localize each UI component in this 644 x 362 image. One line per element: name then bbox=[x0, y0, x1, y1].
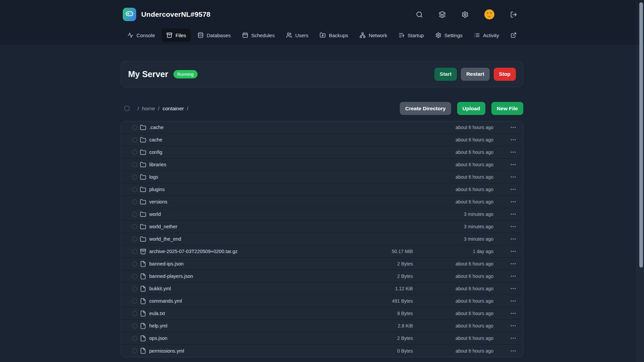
row-select-radio[interactable] bbox=[132, 336, 137, 341]
row-select-radio[interactable] bbox=[132, 162, 137, 167]
scrollbar-thumb[interactable] bbox=[639, 2, 643, 267]
row-select-radio[interactable] bbox=[132, 311, 137, 316]
ellipsis-icon[interactable] bbox=[510, 285, 517, 292]
scrollbar-track[interactable] bbox=[636, 0, 644, 362]
row-select-radio[interactable] bbox=[132, 137, 137, 142]
upload-button[interactable]: Upload bbox=[457, 102, 486, 115]
ellipsis-icon[interactable] bbox=[510, 248, 517, 255]
tab-network[interactable]: Network bbox=[355, 28, 392, 42]
file-row[interactable]: banned-players.json2 Bytesabout 6 hours … bbox=[121, 270, 523, 283]
tab-startup[interactable]: Startup bbox=[394, 28, 428, 42]
ellipsis-icon[interactable] bbox=[510, 273, 517, 280]
file-row[interactable]: commands.yml491 Bytesabout 6 hours ago bbox=[121, 295, 523, 307]
row-select-radio[interactable] bbox=[132, 125, 137, 130]
tab-activity[interactable]: Activity bbox=[469, 28, 504, 42]
external-link-button[interactable] bbox=[506, 28, 521, 42]
row-select-radio[interactable] bbox=[132, 249, 137, 254]
row-select-radio[interactable] bbox=[132, 323, 137, 328]
tab-databases[interactable]: Databases bbox=[193, 28, 235, 42]
row-select-radio[interactable] bbox=[132, 274, 137, 279]
file-row[interactable]: banned-ips.json2 Bytesabout 6 hours ago bbox=[121, 258, 523, 270]
row-select-radio[interactable] bbox=[132, 212, 137, 217]
row-select-radio[interactable] bbox=[132, 175, 137, 180]
ellipsis-icon[interactable] bbox=[510, 310, 517, 317]
row-select-radio[interactable] bbox=[132, 348, 137, 353]
file-name[interactable]: world_nether bbox=[149, 224, 359, 229]
file-name[interactable]: world_the_end bbox=[149, 236, 359, 242]
file-name[interactable]: .cache bbox=[149, 125, 359, 130]
file-name[interactable]: archive-2025-07-03T220509+0200.tar.gz bbox=[149, 249, 359, 254]
gear-icon[interactable] bbox=[462, 11, 469, 18]
file-row[interactable]: .cacheabout 6 hours ago bbox=[121, 121, 523, 134]
ellipsis-icon[interactable] bbox=[510, 335, 517, 342]
restart-button[interactable]: Restart bbox=[461, 68, 489, 81]
ellipsis-icon[interactable] bbox=[510, 260, 517, 267]
ellipsis-icon[interactable] bbox=[510, 149, 517, 156]
row-select-radio[interactable] bbox=[132, 150, 137, 155]
tab-backups[interactable]: Backups bbox=[315, 28, 353, 42]
file-row[interactable]: world3 minutes ago bbox=[121, 208, 523, 221]
file-row[interactable]: eula.txt9 Bytesabout 6 hours ago bbox=[121, 307, 523, 320]
start-button[interactable]: Start bbox=[434, 68, 457, 81]
file-row[interactable]: world_nether3 minutes ago bbox=[121, 221, 523, 233]
file-name[interactable]: commands.yml bbox=[149, 298, 359, 304]
row-select-radio[interactable] bbox=[132, 237, 137, 242]
ellipsis-icon[interactable] bbox=[510, 211, 517, 218]
file-row[interactable]: librariesabout 6 hours ago bbox=[121, 159, 523, 171]
file-name[interactable]: banned-ips.json bbox=[149, 261, 359, 266]
file-row[interactable]: pluginsabout 6 hours ago bbox=[121, 183, 523, 196]
ellipsis-icon[interactable] bbox=[510, 348, 517, 354]
file-name[interactable]: plugins bbox=[149, 187, 359, 192]
stop-button[interactable]: Stop bbox=[494, 68, 516, 81]
file-name[interactable]: config bbox=[149, 149, 359, 155]
row-select-radio[interactable] bbox=[132, 224, 137, 229]
file-row[interactable]: permissions.yml0 Bytesabout 6 hours ago bbox=[121, 345, 523, 357]
row-select-radio[interactable] bbox=[132, 187, 137, 192]
tab-users[interactable]: Users bbox=[281, 28, 313, 42]
file-name[interactable]: versions bbox=[149, 199, 359, 204]
ellipsis-icon[interactable] bbox=[510, 322, 517, 329]
file-row[interactable]: versionsabout 6 hours ago bbox=[121, 196, 523, 208]
file-row[interactable]: archive-2025-07-03T220509+0200.tar.gz50.… bbox=[121, 245, 523, 258]
breadcrumb-segment-container[interactable]: container bbox=[162, 106, 184, 112]
ellipsis-icon[interactable] bbox=[510, 298, 517, 304]
layers-icon[interactable] bbox=[439, 11, 446, 18]
avatar[interactable] bbox=[484, 9, 494, 19]
ellipsis-icon[interactable] bbox=[510, 186, 517, 193]
file-name[interactable]: bukkit.yml bbox=[149, 286, 359, 291]
file-name[interactable]: permissions.yml bbox=[149, 348, 359, 354]
new-file-button[interactable]: New File bbox=[491, 102, 523, 115]
file-name[interactable]: ops.json bbox=[149, 336, 359, 341]
ellipsis-icon[interactable] bbox=[510, 198, 517, 205]
row-select-radio[interactable] bbox=[132, 299, 137, 304]
file-name[interactable]: libraries bbox=[149, 162, 359, 167]
file-name[interactable]: banned-players.json bbox=[149, 274, 359, 279]
breadcrumb-segment-home[interactable]: home bbox=[142, 106, 155, 112]
logout-icon[interactable] bbox=[510, 11, 517, 18]
file-row[interactable]: world_the_end3 minutes ago bbox=[121, 233, 523, 245]
ellipsis-icon[interactable] bbox=[510, 161, 517, 168]
create-directory-button[interactable]: Create Directory bbox=[400, 102, 451, 115]
file-row[interactable]: cacheabout 6 hours ago bbox=[121, 134, 523, 146]
tab-console[interactable]: Console bbox=[123, 28, 160, 42]
file-row[interactable]: bukkit.yml1.12 KiBabout 6 hours ago bbox=[121, 283, 523, 295]
row-select-radio[interactable] bbox=[132, 261, 137, 266]
tab-settings[interactable]: Settings bbox=[431, 28, 467, 42]
ellipsis-icon[interactable] bbox=[510, 236, 517, 242]
file-row[interactable]: configabout 6 hours ago bbox=[121, 146, 523, 159]
file-name[interactable]: cache bbox=[149, 137, 359, 142]
ellipsis-icon[interactable] bbox=[510, 174, 517, 180]
tab-schedules[interactable]: Schedules bbox=[237, 28, 279, 42]
row-select-radio[interactable] bbox=[132, 199, 137, 204]
tab-files[interactable]: Files bbox=[162, 28, 191, 42]
row-select-radio[interactable] bbox=[132, 286, 137, 291]
ellipsis-icon[interactable] bbox=[510, 223, 517, 230]
file-name[interactable]: help.yml bbox=[149, 323, 359, 328]
file-row[interactable]: help.yml2.8 KiBabout 6 hours ago bbox=[121, 320, 523, 332]
file-row[interactable]: logsabout 6 hours ago bbox=[121, 171, 523, 183]
file-name[interactable]: logs bbox=[149, 174, 359, 180]
app-logo[interactable] bbox=[123, 8, 136, 21]
ellipsis-icon[interactable] bbox=[510, 124, 517, 131]
file-name[interactable]: eula.txt bbox=[149, 311, 359, 316]
search-icon[interactable] bbox=[416, 11, 423, 18]
